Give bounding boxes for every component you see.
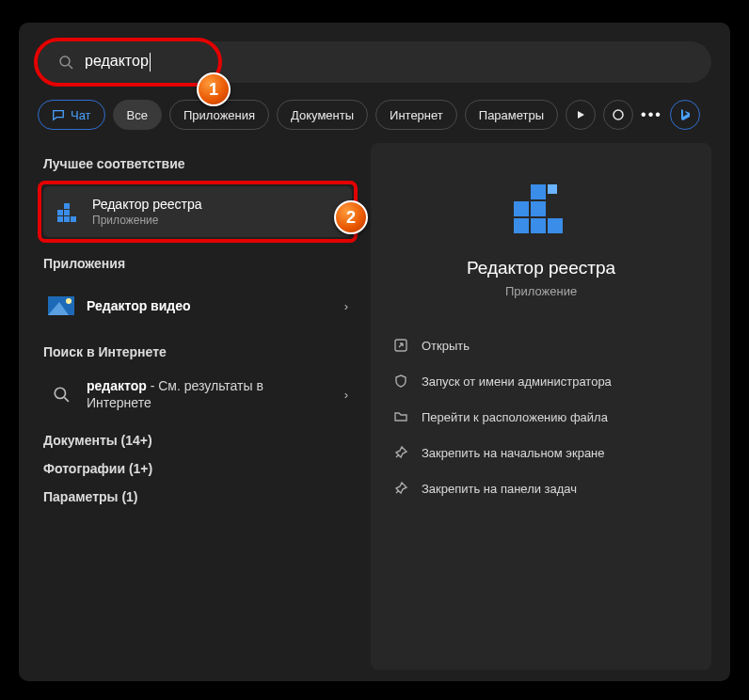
chevron-right-icon: › <box>344 388 348 402</box>
chat-icon <box>52 108 65 121</box>
action-label: Открыть <box>422 339 470 353</box>
filter-chat-label: Чат <box>71 108 91 122</box>
action-label: Запуск от имени администратора <box>422 374 612 389</box>
action-open[interactable]: Открыть <box>384 330 698 360</box>
more-menu[interactable]: ••• <box>641 106 662 123</box>
svg-marker-2 <box>578 111 584 119</box>
search-input[interactable] <box>38 41 711 83</box>
result-video-editor[interactable]: Редактор видео › <box>38 280 358 331</box>
result-title: Редактор реестра <box>92 197 202 212</box>
result-sub: Приложение <box>92 214 202 227</box>
search-icon <box>58 55 73 70</box>
bing-icon <box>677 107 693 122</box>
filter-all[interactable]: Все <box>113 100 162 130</box>
circle-icon <box>613 109 624 120</box>
svg-rect-20 <box>531 184 546 199</box>
action-open-location[interactable]: Перейти к расположению файла <box>384 402 698 432</box>
svg-rect-7 <box>64 216 70 222</box>
shield-icon <box>393 374 408 389</box>
apps-heading: Приложения <box>43 256 352 271</box>
action-pin-taskbar[interactable]: Закрепить на панели задач <box>384 473 698 503</box>
registry-editor-large-icon <box>506 175 576 245</box>
filter-all-label: Все <box>127 108 148 122</box>
svg-line-14 <box>64 397 69 402</box>
result-web-search[interactable]: редактор - См. результаты в Интернете › <box>38 369 358 420</box>
search-icon <box>47 380 75 408</box>
filter-docs[interactable]: Документы <box>277 100 368 130</box>
action-label: Закрепить на начальном экране <box>422 446 605 460</box>
svg-line-1 <box>69 65 72 69</box>
action-label: Перейти к расположению файла <box>422 410 608 424</box>
params-heading[interactable]: Параметры (1) <box>43 489 352 504</box>
svg-rect-4 <box>57 210 63 215</box>
svg-rect-9 <box>64 203 70 209</box>
svg-rect-15 <box>514 201 529 216</box>
extra-circle-button[interactable] <box>603 100 633 130</box>
web-term: редактор <box>87 378 147 393</box>
svg-rect-16 <box>531 201 546 216</box>
preview-panel: Редактор реестра Приложение Открыть Запу… <box>371 143 711 670</box>
preview-sub: Приложение <box>384 284 698 298</box>
filter-internet-label: Интернет <box>390 108 443 122</box>
filter-settings-label: Параметры <box>479 108 544 122</box>
svg-point-13 <box>55 388 65 398</box>
result-registry-editor[interactable]: Редактор реестра Приложение <box>43 186 352 237</box>
pin-icon <box>393 481 408 496</box>
result-title: Редактор видео <box>87 298 191 313</box>
filter-settings[interactable]: Параметры <box>465 100 558 130</box>
registry-editor-icon <box>53 198 81 226</box>
annotation-outline-2: Редактор реестра Приложение <box>38 181 358 243</box>
filter-internet[interactable]: Интернет <box>375 100 457 130</box>
video-editor-icon <box>47 292 75 320</box>
open-icon <box>393 338 408 353</box>
chevron-right-icon: › <box>344 299 348 313</box>
filter-apps[interactable]: Приложения <box>169 100 269 130</box>
svg-rect-5 <box>64 210 70 215</box>
docs-heading[interactable]: Документы (14+) <box>43 433 352 448</box>
filter-chat[interactable]: Чат <box>38 100 105 130</box>
svg-rect-17 <box>514 218 529 233</box>
svg-point-0 <box>60 56 70 66</box>
svg-point-3 <box>614 110 623 119</box>
svg-rect-21 <box>548 184 557 194</box>
play-icon <box>576 110 585 119</box>
svg-rect-6 <box>57 216 63 222</box>
web-heading: Поиск в Интернете <box>43 344 352 359</box>
folder-icon <box>393 409 408 424</box>
action-pin-start[interactable]: Закрепить на начальном экране <box>384 438 698 468</box>
preview-title: Редактор реестра <box>384 258 698 278</box>
svg-rect-8 <box>71 216 76 222</box>
action-label: Закрепить на панели задач <box>422 482 577 496</box>
svg-rect-18 <box>531 218 546 233</box>
svg-point-12 <box>66 298 72 304</box>
filter-apps-label: Приложения <box>183 108 255 122</box>
best-match-heading: Лучшее соответствие <box>43 156 352 171</box>
scroll-right-button[interactable] <box>566 100 596 130</box>
bing-chat-button[interactable] <box>670 100 700 130</box>
svg-rect-19 <box>548 218 563 233</box>
action-run-admin[interactable]: Запуск от имени администратора <box>384 366 698 396</box>
pin-icon <box>393 445 408 460</box>
photos-heading[interactable]: Фотографии (1+) <box>43 461 352 476</box>
filter-docs-label: Документы <box>291 108 354 122</box>
